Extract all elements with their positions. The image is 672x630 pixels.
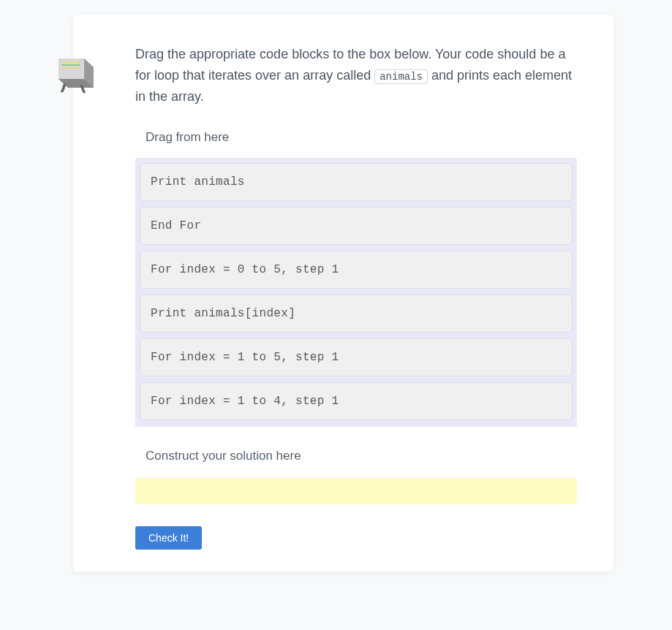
book-icon [44, 44, 99, 99]
code-block[interactable]: For index = 1 to 5, step 1 [140, 338, 573, 376]
code-block[interactable]: End For [140, 207, 573, 245]
check-button[interactable]: Check It! [135, 526, 202, 550]
code-block[interactable]: For index = 1 to 4, step 1 [140, 382, 573, 420]
code-block[interactable]: Print animals[index] [140, 295, 573, 333]
instructions-code: animals [374, 69, 428, 84]
solution-drop-area[interactable] [135, 478, 577, 504]
code-block[interactable]: Print animals [140, 163, 573, 201]
source-label: Drag from here [146, 130, 577, 145]
code-block[interactable]: For index = 0 to 5, step 1 [140, 251, 573, 289]
instructions-text: Drag the appropriate code blocks to the … [135, 44, 577, 107]
solution-label: Construct your solution here [146, 449, 577, 463]
source-drop-area[interactable]: Print animals End For For index = 0 to 5… [135, 158, 577, 427]
exercise-card: Drag the appropriate code blocks to the … [73, 15, 614, 572]
